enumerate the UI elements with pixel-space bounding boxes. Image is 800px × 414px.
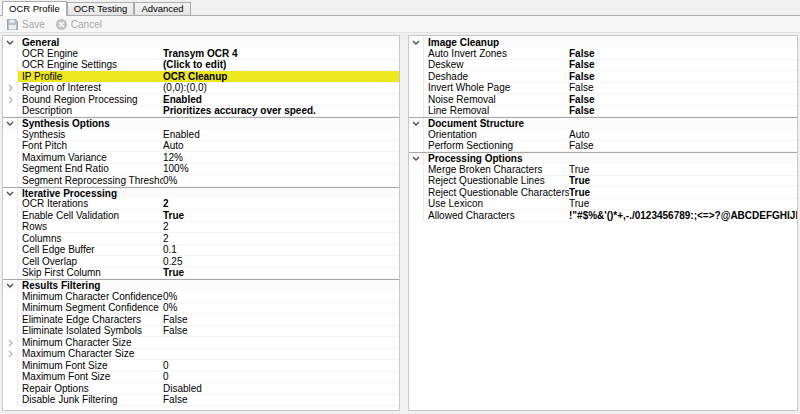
property-row-minimum-font-size[interactable]: Minimum Font Size0 bbox=[3, 360, 399, 372]
chevron-down-icon[interactable] bbox=[412, 121, 420, 126]
property-value[interactable]: 2 bbox=[163, 199, 399, 210]
category-results-filtering[interactable]: Results Filtering bbox=[3, 279, 399, 291]
property-value[interactable]: (0,0):(0,0) bbox=[163, 83, 399, 94]
property-value[interactable]: 2 bbox=[163, 233, 399, 244]
property-row-noise-removal[interactable]: Noise RemovalFalse bbox=[409, 94, 797, 106]
property-row-deskew[interactable]: DeskewFalse bbox=[409, 60, 797, 72]
property-value[interactable]: 0% bbox=[163, 291, 399, 302]
chevron-down-icon[interactable] bbox=[412, 156, 420, 161]
property-row-eliminate-isolated-symbols[interactable]: Eliminate Isolated SymbolsFalse bbox=[3, 326, 399, 338]
property-row-ip-profile[interactable]: IP ProfileOCR Cleanup bbox=[3, 71, 399, 83]
property-value[interactable]: True bbox=[163, 210, 399, 221]
property-row-maximum-variance[interactable]: Maximum Variance12% bbox=[3, 152, 399, 164]
property-value[interactable]: True bbox=[569, 176, 797, 187]
chevron-right-icon[interactable] bbox=[8, 350, 13, 358]
property-value[interactable]: 12% bbox=[163, 152, 399, 163]
property-value[interactable]: Transym OCR 4 bbox=[163, 48, 399, 59]
property-row-cell-overlap[interactable]: Cell Overlap0.25 bbox=[3, 256, 399, 268]
property-value[interactable]: 100% bbox=[163, 164, 399, 175]
property-value[interactable]: True bbox=[569, 164, 797, 175]
property-row-maximum-character-size[interactable]: Maximum Character Size bbox=[3, 349, 399, 361]
property-value[interactable]: Enabled bbox=[163, 129, 399, 140]
category-iterative-processing[interactable]: Iterative Processing bbox=[3, 187, 399, 199]
property-row-minimum-segment-confidence[interactable]: Minimum Segment Confidence0% bbox=[3, 303, 399, 315]
property-row-font-pitch[interactable]: Font PitchAuto bbox=[3, 141, 399, 153]
property-row-invert-whole-page[interactable]: Invert Whole PageFalse bbox=[409, 83, 797, 95]
property-row-enable-cell-validation[interactable]: Enable Cell ValidationTrue bbox=[3, 210, 399, 222]
property-value[interactable]: 2 bbox=[163, 222, 399, 233]
chevron-down-icon[interactable] bbox=[6, 283, 14, 288]
property-row-perform-sectioning[interactable]: Perform SectioningFalse bbox=[409, 141, 797, 153]
property-row-auto-invert-zones[interactable]: Auto Invert ZonesFalse bbox=[409, 48, 797, 60]
property-value[interactable]: False bbox=[163, 326, 399, 337]
chevron-down-icon[interactable] bbox=[6, 191, 14, 196]
property-row-ocr-iterations[interactable]: OCR Iterations2 bbox=[3, 199, 399, 211]
property-row-allowed-characters[interactable]: Allowed Characters!"#$%&'()*+,-./0123456… bbox=[409, 210, 797, 222]
property-value[interactable]: False bbox=[163, 395, 399, 406]
property-value[interactable]: 0% bbox=[163, 175, 399, 186]
property-value[interactable]: Disabled bbox=[163, 383, 399, 394]
property-row-ocr-engine-settings[interactable]: OCR Engine Settings(Click to edit) bbox=[3, 60, 399, 72]
property-value[interactable]: Auto bbox=[569, 129, 797, 140]
save-button[interactable]: Save bbox=[3, 18, 48, 31]
property-row-segment-reprocessing-threshold[interactable]: Segment Reprocessing Threshold0% bbox=[3, 175, 399, 187]
property-value[interactable]: True bbox=[569, 199, 797, 210]
property-value[interactable]: True bbox=[163, 268, 399, 279]
property-row-columns[interactable]: Columns2 bbox=[3, 233, 399, 245]
property-value[interactable]: False bbox=[163, 314, 399, 325]
property-row-description[interactable]: DescriptionPrioritizes accuracy over spe… bbox=[3, 106, 399, 118]
property-value[interactable]: Enabled bbox=[163, 94, 399, 105]
tab-advanced[interactable]: Advanced bbox=[134, 2, 190, 15]
category-general[interactable]: General bbox=[3, 36, 399, 48]
property-row-region-of-interest[interactable]: Region of Interest(0,0):(0,0) bbox=[3, 83, 399, 95]
category-image-cleanup[interactable]: Image Cleanup bbox=[409, 36, 797, 48]
property-row-orientation[interactable]: OrientationAuto bbox=[409, 129, 797, 141]
tab-ocr-testing[interactable]: OCR Testing bbox=[67, 2, 135, 15]
property-row-bound-region-processing[interactable]: Bound Region ProcessingEnabled bbox=[3, 94, 399, 106]
property-row-merge-broken-characters[interactable]: Merge Broken CharactersTrue bbox=[409, 164, 797, 176]
property-row-line-removal[interactable]: Line RemovalFalse bbox=[409, 106, 797, 118]
property-row-rows[interactable]: Rows2 bbox=[3, 222, 399, 234]
category-synthesis-options[interactable]: Synthesis Options bbox=[3, 117, 399, 129]
property-row-maximum-font-size[interactable]: Maximum Font Size0 bbox=[3, 372, 399, 384]
property-row-repair-options[interactable]: Repair OptionsDisabled bbox=[3, 383, 399, 395]
property-value[interactable]: False bbox=[569, 48, 797, 59]
property-value[interactable]: False bbox=[569, 94, 797, 105]
property-row-disable-junk-filtering[interactable]: Disable Junk FilteringFalse bbox=[3, 395, 399, 407]
tab-ocr-profile[interactable]: OCR Profile bbox=[2, 1, 67, 16]
property-value[interactable]: False bbox=[569, 106, 797, 117]
property-row-minimum-character-size[interactable]: Minimum Character Size bbox=[3, 337, 399, 349]
property-value[interactable]: 0.1 bbox=[163, 245, 399, 256]
chevron-right-icon[interactable] bbox=[8, 84, 13, 92]
property-value[interactable]: False bbox=[569, 60, 797, 71]
property-row-reject-questionable-lines[interactable]: Reject Questionable LinesTrue bbox=[409, 176, 797, 188]
property-value[interactable]: OCR Cleanup bbox=[163, 71, 399, 82]
cancel-button[interactable]: Cancel bbox=[52, 18, 105, 31]
property-value[interactable]: !"#$%&'()*+,-./0123456789:;<=>?@ABCDEFGH… bbox=[569, 210, 797, 221]
chevron-down-icon[interactable] bbox=[412, 40, 420, 45]
property-row-synthesis[interactable]: SynthesisEnabled bbox=[3, 129, 399, 141]
chevron-down-icon[interactable] bbox=[6, 121, 14, 126]
property-value[interactable]: 0% bbox=[163, 303, 399, 314]
chevron-right-icon[interactable] bbox=[8, 339, 13, 347]
property-row-eliminate-edge-characters[interactable]: Eliminate Edge CharactersFalse bbox=[3, 314, 399, 326]
property-row-deshade[interactable]: DeshadeFalse bbox=[409, 71, 797, 83]
property-row-ocr-engine[interactable]: OCR EngineTransym OCR 4 bbox=[3, 48, 399, 60]
property-value[interactable]: False bbox=[569, 141, 797, 152]
chevron-right-icon[interactable] bbox=[8, 96, 13, 104]
property-row-use-lexicon[interactable]: Use LexiconTrue bbox=[409, 199, 797, 211]
category-document-structure[interactable]: Document Structure bbox=[409, 117, 797, 129]
property-value[interactable]: 0 bbox=[163, 360, 399, 371]
property-row-segment-end-ratio[interactable]: Segment End Ratio100% bbox=[3, 164, 399, 176]
property-value[interactable]: True bbox=[569, 187, 797, 198]
property-value[interactable]: 0.25 bbox=[163, 256, 399, 267]
property-value[interactable]: (Click to edit) bbox=[163, 60, 399, 71]
property-value[interactable]: False bbox=[569, 71, 797, 82]
property-value[interactable]: Prioritizes accuracy over speed. bbox=[163, 106, 399, 117]
property-value[interactable]: False bbox=[569, 83, 797, 94]
category-processing-options[interactable]: Processing Options bbox=[409, 152, 797, 164]
property-row-minimum-character-confidence[interactable]: Minimum Character Confidence0% bbox=[3, 291, 399, 303]
property-row-reject-questionable-characters[interactable]: Reject Questionable CharactersTrue bbox=[409, 187, 797, 199]
property-row-cell-edge-buffer[interactable]: Cell Edge Buffer0.1 bbox=[3, 245, 399, 257]
chevron-down-icon[interactable] bbox=[6, 40, 14, 45]
